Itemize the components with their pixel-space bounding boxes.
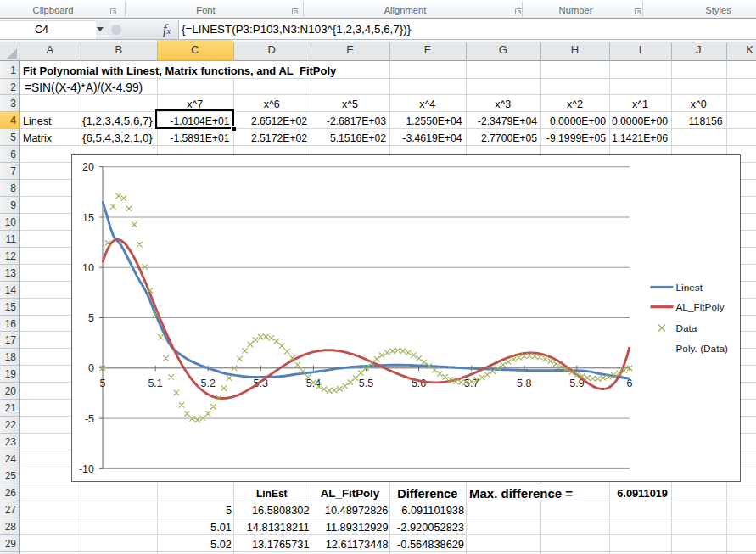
svg-text:AL_FitPoly: AL_FitPoly: [676, 301, 725, 313]
svg-text:Data: Data: [676, 322, 697, 334]
svg-text:5: 5: [88, 312, 94, 324]
svg-text:-10: -10: [79, 463, 94, 475]
svg-text:10: 10: [82, 262, 94, 274]
svg-text:0: 0: [88, 362, 94, 374]
svg-text:Linest: Linest: [676, 282, 703, 294]
svg-text:5: 5: [100, 378, 106, 389]
svg-text:20: 20: [82, 161, 94, 173]
svg-text:-5: -5: [85, 413, 94, 425]
svg-text:5.1: 5.1: [148, 378, 162, 389]
svg-text:5.2: 5.2: [201, 378, 216, 389]
svg-text:15: 15: [82, 212, 94, 224]
svg-text:5.5: 5.5: [359, 378, 373, 389]
svg-text:5.8: 5.8: [517, 378, 531, 389]
svg-text:Poly. (Data): Poly. (Data): [676, 343, 728, 355]
